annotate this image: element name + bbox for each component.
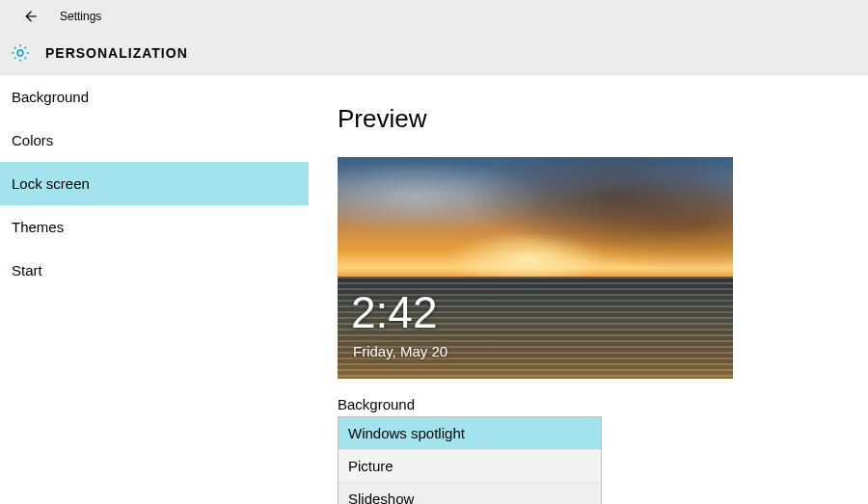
sidebar-item-start[interactable]: Start	[0, 249, 309, 292]
back-icon[interactable]	[21, 8, 39, 25]
sidebar-item-background[interactable]: Background	[0, 75, 309, 119]
background-option-picture[interactable]: Picture	[339, 449, 601, 482]
main-panel: Preview 2:42 Friday, May 20 Background W…	[309, 75, 868, 504]
background-label: Background	[338, 396, 868, 412]
svg-point-0	[17, 50, 23, 56]
window-title: Settings	[60, 10, 101, 23]
header: PERSONALIZATION	[0, 32, 868, 75]
sidebar-item-themes[interactable]: Themes	[0, 205, 309, 249]
header-title: PERSONALIZATION	[45, 45, 188, 61]
preview-title: Preview	[338, 104, 868, 134]
preview-time: 2:42	[351, 286, 438, 338]
sidebar: Background Colors Lock screen Themes Sta…	[0, 75, 309, 504]
background-dropdown[interactable]: Windows spotlight Picture Slideshow	[338, 416, 602, 504]
gear-icon	[10, 42, 31, 64]
background-option-windows-spotlight[interactable]: Windows spotlight	[339, 417, 601, 449]
sidebar-item-lock-screen[interactable]: Lock screen	[0, 162, 309, 205]
background-option-slideshow[interactable]: Slideshow	[339, 482, 601, 504]
lock-screen-preview: 2:42 Friday, May 20	[338, 157, 733, 379]
preview-date: Friday, May 20	[353, 343, 448, 359]
sidebar-item-colors[interactable]: Colors	[0, 119, 309, 162]
titlebar: Settings	[0, 0, 868, 32]
